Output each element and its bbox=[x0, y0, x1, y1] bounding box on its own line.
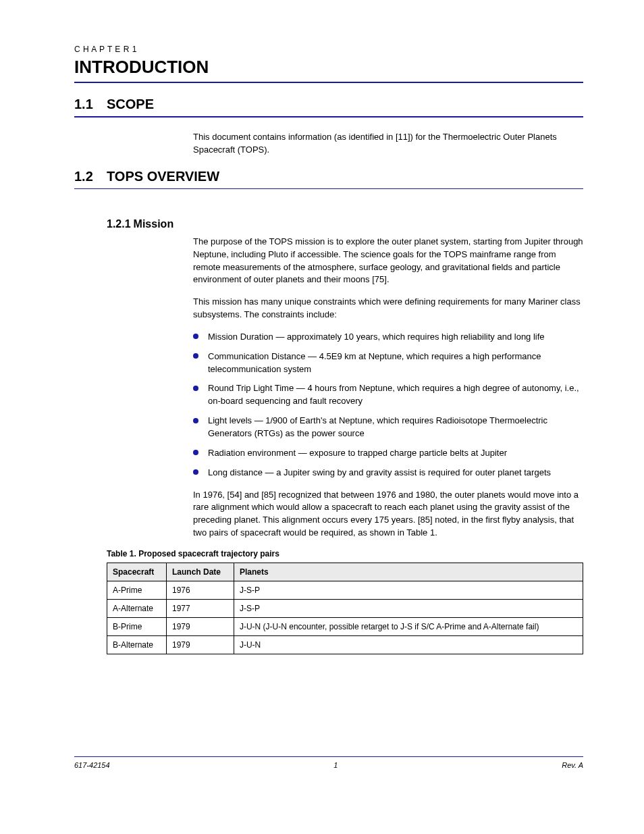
list-item: Long distance — a Jupiter swing by and g… bbox=[193, 467, 583, 479]
table-row: A-Prime 1976 J-S-P bbox=[107, 581, 583, 599]
bullet-icon bbox=[193, 334, 198, 339]
list-item: Communication Distance — 4.5E9 km at Nep… bbox=[193, 350, 583, 376]
bullet-icon bbox=[193, 418, 198, 423]
page-footer: 617-42154 1 Rev. A bbox=[74, 756, 583, 769]
chapter-rule bbox=[74, 82, 583, 83]
section-2-number: 1.2 bbox=[74, 169, 107, 184]
bullet-icon bbox=[193, 353, 198, 359]
section-1-rule bbox=[74, 116, 583, 118]
bullet-icon bbox=[193, 386, 198, 391]
section-2-p1: The purpose of the TOPS mission is to ex… bbox=[193, 236, 583, 286]
trajectory-table: Spacecraft Launch Date Planets A-Prime 1… bbox=[107, 563, 583, 654]
constraints-list: Mission Duration — approximately 10 year… bbox=[193, 331, 583, 479]
list-item: Radiation environment — exposure to trap… bbox=[193, 447, 583, 460]
section-2-rule bbox=[74, 188, 583, 189]
section-1-body: This document contains information (as i… bbox=[193, 131, 583, 157]
list-item: Light levels — 1/900 of Earth's at Neptu… bbox=[193, 415, 583, 440]
footer-revision: Rev. A bbox=[562, 761, 583, 769]
table-header: Launch Date bbox=[167, 563, 234, 581]
footer-doc-number: 617-42154 bbox=[74, 761, 110, 769]
section-2-p2: This mission has many unique constraints… bbox=[193, 296, 583, 321]
footer-rule bbox=[74, 756, 583, 757]
table-title: Table 1. Proposed spacecraft trajectory … bbox=[107, 549, 583, 558]
section-2-p3: In 1976, [54] and [85] recognized that b… bbox=[193, 489, 583, 540]
table-row: A-Alternate 1977 J-S-P bbox=[107, 599, 583, 617]
bullet-icon bbox=[193, 469, 198, 475]
section-1-title: SCOPE bbox=[107, 97, 583, 112]
chapter-title: INTRODUCTION bbox=[74, 57, 583, 78]
list-item: Mission Duration — approximately 10 year… bbox=[193, 331, 583, 344]
table-header: Spacecraft bbox=[107, 563, 167, 581]
table-row: B-Alternate 1979 J-U-N bbox=[107, 635, 583, 654]
bullet-icon bbox=[193, 450, 198, 455]
footer-page-number: 1 bbox=[110, 761, 562, 769]
section-2-title: TOPS OVERVIEW bbox=[107, 169, 583, 184]
chapter-label: C H A P T E R 1 bbox=[74, 45, 583, 54]
subsection-title: 1.2.1Mission bbox=[107, 216, 583, 232]
list-item: Round Trip Light Time — 4 hours from Nep… bbox=[193, 382, 583, 408]
table-header: Planets bbox=[234, 563, 583, 581]
table-row: B-Prime 1979 J-U-N (J-U-N encounter, pos… bbox=[107, 617, 583, 635]
section-1-number: 1.1 bbox=[74, 97, 107, 112]
table-header-row: Spacecraft Launch Date Planets bbox=[107, 563, 583, 581]
